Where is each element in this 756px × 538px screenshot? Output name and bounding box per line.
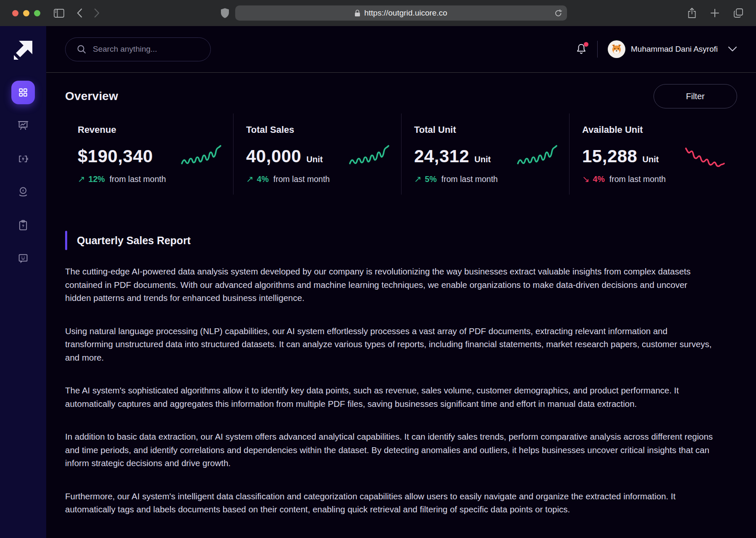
- search-input[interactable]: [93, 45, 202, 54]
- stat-value: $190,340: [78, 146, 153, 166]
- trend-up-icon: ↗: [78, 174, 85, 184]
- trend-down-icon: ↘: [582, 174, 590, 184]
- address-bar[interactable]: https://outgrid.uicore.co: [235, 5, 567, 21]
- stat-trend: ↗ 4% from last month: [246, 174, 401, 184]
- close-window-button[interactable]: [12, 10, 18, 16]
- sparkline-up: [516, 143, 558, 171]
- trend-note: from last month: [110, 174, 166, 184]
- clipboard-bolt-icon: [17, 219, 29, 232]
- stat-trend: ↗ 5% from last month: [414, 174, 569, 184]
- privacy-shield-icon[interactable]: [220, 8, 229, 18]
- stat-unit: Unit: [642, 155, 659, 164]
- app-header: Muhammad Dani Asyrofi: [46, 26, 756, 73]
- trend-note: from last month: [273, 174, 330, 184]
- trend-percent: 12%: [89, 174, 105, 184]
- report-paragraph: In addition to basic data extraction, ou…: [65, 430, 714, 470]
- stat-card-revenue: Revenue $190,340 ↗ 12% from last month: [65, 113, 233, 195]
- sparkline-up: [180, 143, 222, 171]
- report-body: The cutting-edge AI-powered data analysi…: [65, 265, 737, 538]
- user-menu[interactable]: Muhammad Dani Asyrofi: [608, 40, 737, 58]
- presentation-chart-icon: [17, 119, 29, 132]
- sidebar-item-energy[interactable]: [13, 149, 33, 169]
- report-section: Quarterly Sales Report The cutting-edge …: [65, 230, 737, 538]
- stat-value: 40,000: [246, 146, 301, 166]
- report-title: Quarterly Sales Report: [77, 235, 191, 247]
- tab-overview-icon[interactable]: [733, 8, 743, 18]
- stat-unit: Unit: [306, 155, 323, 164]
- search-icon: [76, 44, 87, 54]
- trend-up-icon: ↗: [246, 174, 254, 184]
- trend-note: from last month: [441, 174, 498, 184]
- stat-label: Total Unit: [414, 124, 569, 135]
- dashboard-grid-icon: [18, 87, 29, 98]
- report-paragraph: The generated reports and visualizations…: [65, 536, 714, 538]
- filter-button[interactable]: Filter: [654, 84, 737, 108]
- main-column: Muhammad Dani Asyrofi Overview Filter Re…: [46, 26, 756, 538]
- stat-value: 15,288: [582, 146, 637, 166]
- stat-trend: ↘ 4% from last month: [582, 174, 737, 184]
- lock-icon: [354, 9, 360, 17]
- trend-percent: 4%: [257, 174, 269, 184]
- sidebar-item-stations[interactable]: [13, 182, 33, 202]
- charge-location-icon: [17, 186, 29, 198]
- zoom-window-button[interactable]: [34, 10, 40, 16]
- stat-value: 24,312: [414, 146, 469, 166]
- minimize-window-button[interactable]: [23, 10, 29, 16]
- stat-unit: Unit: [474, 155, 491, 164]
- notification-badge: [584, 42, 588, 47]
- report-paragraph: Using natural language processing (NLP) …: [65, 324, 714, 364]
- avatar: [608, 40, 625, 58]
- new-tab-icon[interactable]: [710, 8, 719, 18]
- page-title: Overview: [65, 90, 118, 103]
- report-paragraph: Furthermore, our AI system's intelligent…: [65, 490, 714, 516]
- trend-up-icon: ↗: [414, 174, 422, 184]
- stat-label: Available Unit: [582, 124, 737, 135]
- report-paragraph: The AI system's sophisticated algorithms…: [65, 384, 714, 410]
- stat-card-total-unit: Total Unit 24,312 Unit ↗ 5% from last mo…: [401, 113, 569, 195]
- user-name: Muhammad Dani Asyrofi: [631, 45, 718, 54]
- battery-charging-icon: [17, 153, 29, 165]
- forward-button[interactable]: [94, 8, 100, 18]
- sidebar-item-reports[interactable]: [13, 215, 33, 235]
- share-icon[interactable]: [688, 8, 696, 18]
- sidebar-item-dashboard[interactable]: [11, 81, 35, 104]
- chat-smiley-icon: [17, 252, 29, 265]
- reload-icon[interactable]: [555, 9, 562, 17]
- stat-card-available-unit: Available Unit 15,288 Unit ↘ 4% from las…: [569, 113, 737, 195]
- app-window: Muhammad Dani Asyrofi Overview Filter Re…: [0, 26, 756, 538]
- page-content: Overview Filter Revenue $190,340 ↗ 12% f…: [46, 73, 756, 538]
- sparkline-up: [348, 143, 390, 171]
- section-accent-bar: [65, 231, 67, 250]
- sidebar: [0, 26, 46, 538]
- search-box[interactable]: [65, 37, 211, 61]
- sidebar-item-feedback[interactable]: [13, 248, 33, 269]
- notifications-button[interactable]: [575, 43, 587, 55]
- outgrid-logo: [13, 40, 33, 60]
- trend-percent: 4%: [593, 174, 605, 184]
- stat-label: Total Sales: [246, 124, 401, 135]
- sidebar-item-analytics[interactable]: [13, 116, 33, 136]
- header-divider: [597, 41, 598, 58]
- chevron-down-icon: [728, 46, 737, 52]
- back-button[interactable]: [77, 8, 82, 18]
- sidebar-toggle-icon[interactable]: [54, 9, 64, 18]
- sparkline-down: [684, 143, 726, 171]
- trend-note: from last month: [609, 174, 666, 184]
- browser-chrome: https://outgrid.uicore.co: [0, 0, 756, 26]
- trend-percent: 5%: [425, 174, 437, 184]
- report-paragraph: The cutting-edge AI-powered data analysi…: [65, 265, 714, 305]
- stat-label: Revenue: [78, 124, 233, 135]
- stats-row: Revenue $190,340 ↗ 12% from last month: [65, 113, 737, 195]
- url-text: https://outgrid.uicore.co: [364, 8, 447, 18]
- window-controls: [12, 10, 40, 16]
- stat-card-total-sales: Total Sales 40,000 Unit ↗ 4% from last m…: [233, 113, 401, 195]
- stat-trend: ↗ 12% from last month: [78, 174, 233, 184]
- sidebar-nav: [11, 82, 35, 269]
